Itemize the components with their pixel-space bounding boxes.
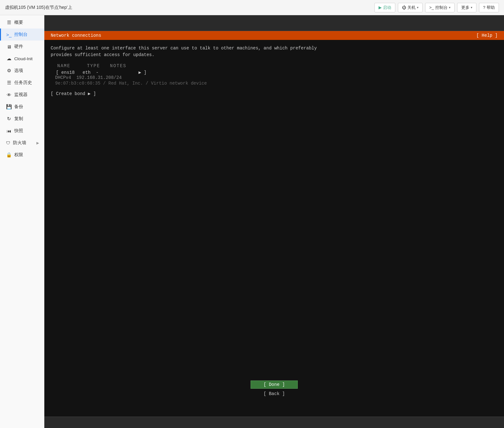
help-button[interactable]: ? 帮助 [479,3,499,12]
nc-mac: 9e:07:b3:c0:60:35 / Red Hat, Inc. / Virt… [55,81,498,86]
terminal-content[interactable]: Network connections [ Help ] Configure a… [44,31,504,417]
page-title: 虚拟机105 (VM 105)在节点'hep'上 [5,5,374,10]
nc-buttons-area: [ Done ] [ Back ] [44,374,504,398]
sidebar-label-overview: 概要 [14,20,23,25]
sidebar-label-permissions: 权限 [14,152,23,158]
sidebar-label-console: 控制台 [14,32,28,37]
overview-icon: ☰ [6,20,12,25]
sidebar-label-hardware: 硬件 [14,44,23,49]
shutdown-button[interactable]: ⏻ 关机 ▾ [398,3,423,12]
snapshots-icon: ⏮ [6,128,12,134]
sidebar-item-replication[interactable]: ↻ 复制 [0,113,44,125]
nc-interface-line1: [ ens18 eth - ▶ ] [51,70,498,75]
options-icon: ⚙ [6,68,12,73]
replication-icon: ↻ [6,116,12,122]
sidebar-label-taskhistory: 任务历史 [14,80,32,86]
nc-interface-ens18[interactable]: [ ens18 eth - ▶ ] DHCPv4 192.168.31.208/… [51,70,498,86]
sidebar-item-options[interactable]: ⚙ 选项 [0,65,44,77]
sidebar-item-snapshots[interactable]: ⏮ 快照 [0,125,44,137]
topbar: 虚拟机105 (VM 105)在节点'hep'上 ▶ 启动 ⏻ 关机 ▾ >_ … [0,0,504,15]
statusbar [44,417,504,428]
nc-title: Network connections [51,33,101,38]
backup-icon: 💾 [6,104,12,110]
sidebar-label-cloudinit: Cloud-Init [14,56,33,61]
power-icon: ⏻ [402,5,406,10]
sidebar-item-permissions[interactable]: 🔒 权限 [0,149,44,161]
taskhistory-icon: ☰ [6,80,12,86]
more-dropdown-icon: ▾ [471,6,472,9]
monitor-icon: 👁 [6,92,12,98]
topbar-actions: ▶ 启动 ⏻ 关机 ▾ >_ 控制台 ▾ 更多 ▾ ? 帮助 [374,3,499,12]
nc-col-headers: NAME TYPE NOTES [51,63,498,68]
sidebar-label-replication: 复制 [14,116,23,122]
full-terminal: ▶ Network connections [ Help ] Configure… [44,31,504,428]
sidebar-label-monitor: 监视器 [14,92,28,98]
more-button[interactable]: 更多 ▾ [457,3,476,12]
nc-description: Configure at least one interface this se… [51,45,498,58]
help-icon: ? [483,5,485,10]
sidebar-item-firewall[interactable]: 🛡 防火墙 ▶ [0,137,44,149]
nc-create-bond[interactable]: [ Create bond ▶ ] [51,91,498,96]
permissions-icon: 🔒 [6,152,12,158]
sidebar-item-overview[interactable]: ☰ 概要 [0,16,44,29]
play-icon: ▶ [379,5,382,10]
cloudinit-icon: ☁ [6,56,12,61]
console-icon: >_ [429,5,434,10]
sidebar-label-options: 选项 [14,68,23,73]
sidebar-label-snapshots: 快照 [14,128,23,134]
nc-dhcp: DHCPv4 192.168.31.208/24 [55,75,498,80]
console-topbar [44,15,504,31]
main-layout: ☰ 概要 >_ 控制台 🖥 硬件 ☁ Cloud-Init ⚙ 选项 ☰ 任务历… [0,15,504,428]
sidebar-item-monitor[interactable]: 👁 监视器 [0,89,44,101]
sidebar-item-taskhistory[interactable]: ☰ 任务历史 [0,77,44,89]
sidebar-label-backup: 备份 [14,104,23,110]
firewall-icon: 🛡 [6,141,10,145]
firewall-expand-icon: ▶ [36,141,39,145]
nc-body: Configure at least one interface this se… [44,40,504,417]
console-nav-icon: >_ [6,32,12,37]
nc-help[interactable]: [ Help ] [476,33,498,38]
hardware-icon: 🖥 [6,44,12,49]
console-button[interactable]: >_ 控制台 ▾ [425,3,455,12]
sidebar-item-cloudinit[interactable]: ☁ Cloud-Init [0,53,44,65]
firewall-label-group: 🛡 防火墙 [6,140,26,146]
sidebar-item-console[interactable]: >_ 控制台 [0,29,44,41]
network-connections-panel: Network connections [ Help ] Configure a… [44,31,504,417]
back-button[interactable]: [ Back ] [251,390,297,398]
sidebar-item-hardware[interactable]: 🖥 硬件 [0,41,44,53]
console-dropdown-icon: ▾ [449,6,450,9]
shutdown-dropdown-icon: ▾ [417,6,418,9]
nc-table-header: NAME TYPE NOTES [51,63,498,68]
sidebar-label-firewall: 防火墙 [13,140,26,146]
nc-header: Network connections [ Help ] [44,31,504,40]
sidebar-item-backup[interactable]: 💾 备份 [0,101,44,113]
sidebar: ☰ 概要 >_ 控制台 🖥 硬件 ☁ Cloud-Init ⚙ 选项 ☰ 任务历… [0,15,44,428]
start-button[interactable]: ▶ 启动 [374,3,395,12]
done-button[interactable]: [ Done ] [251,380,298,389]
content-area: ▶ Network connections [ Help ] Configure… [44,15,504,428]
